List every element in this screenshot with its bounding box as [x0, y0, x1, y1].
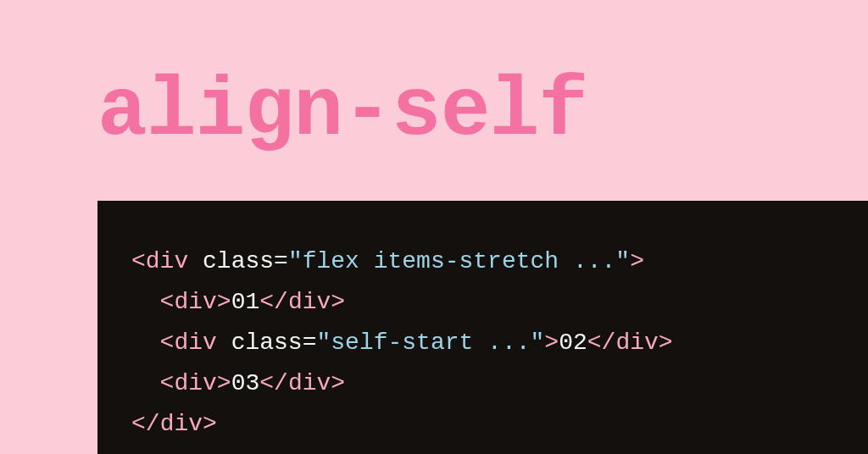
code-line-3: <div class="self-start ...">02</div>	[131, 323, 834, 363]
code-line-4: <div>03</div>	[131, 363, 834, 404]
code-line-1: <div class="flex items-stretch ...">	[131, 241, 834, 282]
page-title: align-self	[97, 64, 587, 158]
code-block: <div class="flex items-stretch ..."> <di…	[97, 201, 868, 454]
code-line-2: <div>01</div>	[131, 282, 834, 323]
code-line-5: </div>	[131, 404, 834, 445]
